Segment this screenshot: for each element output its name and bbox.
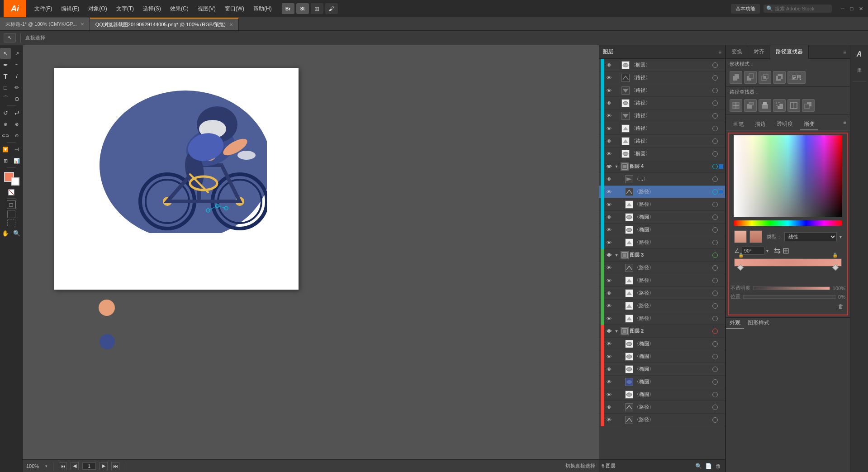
eye-3-3[interactable]: 👁 xyxy=(605,290,612,297)
eye-3-5[interactable]: 👁 xyxy=(605,315,612,322)
eye-sel[interactable]: 👁 xyxy=(605,188,612,195)
view-options-btn[interactable]: ⊞ xyxy=(311,3,323,14)
appearance-tab[interactable]: 外观 xyxy=(726,318,744,329)
arrow-g3[interactable]: ▼ xyxy=(613,252,620,258)
zoom-value[interactable]: 100% xyxy=(26,463,43,469)
menu-view[interactable]: 视图(V) xyxy=(193,3,220,14)
type-tool-btn[interactable]: T xyxy=(0,71,11,81)
draw-mode-normal[interactable]: □ xyxy=(7,200,16,209)
angle-dropdown[interactable]: ▾ xyxy=(766,248,768,253)
reflect-tool-btn[interactable]: ⇄ xyxy=(11,107,22,118)
none-color-box[interactable] xyxy=(8,189,14,195)
minus-back-btn[interactable] xyxy=(802,99,815,112)
gradient-type-select[interactable]: 线性 径向 xyxy=(784,232,837,241)
eye-d1[interactable]: 👁 xyxy=(605,176,612,183)
menu-window[interactable]: 窗口(W) xyxy=(220,3,249,14)
merge-btn[interactable] xyxy=(759,99,771,112)
shaper-tool-btn[interactable]: ⊙ xyxy=(11,93,22,104)
eye-2-p2[interactable]: 👁 xyxy=(605,416,612,424)
layer-2-path-2[interactable]: 👁 〈路径〉 xyxy=(599,414,725,426)
layer-2-ellipse-5[interactable]: 👁 〈椭圆〉 xyxy=(599,388,725,401)
layer-3-path-2[interactable]: 👁 〈路径〉 xyxy=(599,274,725,287)
zoom-dropdown-icon[interactable]: ▾ xyxy=(45,464,47,468)
layer-item-path-1[interactable]: 👁 〈路径〉 xyxy=(599,72,725,84)
new-layer-btn[interactable]: 📄 xyxy=(704,462,712,470)
gradient-expand-btn[interactable]: ▾ xyxy=(840,234,842,239)
layer-3-path-4[interactable]: 👁 〈路径〉 xyxy=(599,300,725,312)
trim-btn[interactable] xyxy=(744,99,757,112)
search-layers-btn[interactable]: 🔍 xyxy=(694,462,702,470)
eye-c1[interactable]: 👁 xyxy=(605,201,612,208)
opacity-gradient-bar[interactable] xyxy=(753,286,830,290)
layer-item-path-6[interactable]: 👁 〈路径〉 xyxy=(599,135,725,148)
layer-group-3[interactable]: 👁 ▼ 图层 3 xyxy=(599,249,725,262)
eye-3[interactable]: 👁 xyxy=(605,87,612,94)
brush-tab[interactable]: 画笔 xyxy=(730,119,748,130)
selection-tool-btn[interactable]: ↖ xyxy=(0,48,11,59)
arrow-g2[interactable]: ▼ xyxy=(613,328,620,334)
draw-mode-inside[interactable] xyxy=(7,219,15,227)
gradient-stop-left[interactable] xyxy=(737,264,744,271)
tab-0-close[interactable]: ✕ xyxy=(81,22,84,27)
puppet-warp-btn[interactable]: ⊕ xyxy=(0,119,11,129)
layer-item-path-4[interactable]: 👁 〈路径〉 xyxy=(599,110,725,122)
tab-0[interactable]: 未标题-1* @ 100% (CMYK/GP... ✕ xyxy=(0,18,90,30)
minimize-btn[interactable]: ─ xyxy=(839,5,846,12)
background-color[interactable] xyxy=(11,177,19,186)
zoom-tool-btn[interactable]: 🔍 xyxy=(11,228,22,238)
brush-icon-btn[interactable]: 🖌 xyxy=(325,3,338,14)
attr-btn-1[interactable]: A xyxy=(852,47,867,62)
pen-tool-btn[interactable]: ✒ xyxy=(0,59,11,70)
exclude-btn[interactable] xyxy=(773,71,786,84)
stock-btn[interactable]: St xyxy=(296,3,309,14)
eye-3-1[interactable]: 👁 xyxy=(605,264,612,272)
layers-menu-btn[interactable]: ≡ xyxy=(718,49,721,55)
tab-1[interactable]: QQ浏览器截图20190929144005.png* @ 100% (RGB/预… xyxy=(90,18,239,30)
eye-7[interactable]: 👁 xyxy=(605,138,612,145)
unite-btn[interactable] xyxy=(730,71,742,84)
eye-e1[interactable]: 👁 xyxy=(605,214,612,221)
menu-effect[interactable]: 效果(C) xyxy=(166,3,193,14)
eye-4[interactable]: 👁 xyxy=(605,100,612,107)
layer-group-4[interactable]: 👁 ▼ 图层 4 xyxy=(599,160,725,173)
hue-slider[interactable] xyxy=(734,220,842,226)
draw-mode-behind[interactable] xyxy=(7,210,15,218)
prev-page-btn[interactable]: ◀ xyxy=(71,462,79,470)
eye-g4[interactable]: 👁 xyxy=(605,163,612,170)
layer-item-path-3[interactable]: 👁 〈路径〉 xyxy=(599,97,725,110)
layer-group-2[interactable]: 👁 ▼ 图层 2 xyxy=(599,325,725,338)
measure-btn[interactable]: ⊣ xyxy=(11,144,22,155)
selection-context-btn[interactable]: ↖ xyxy=(4,33,16,43)
eye-3-4[interactable]: 👁 xyxy=(605,302,612,310)
hand-tool-btn[interactable]: ✋ xyxy=(0,228,11,238)
close-btn[interactable]: ✕ xyxy=(857,5,864,12)
delete-layer-btn[interactable]: 🗑 xyxy=(714,462,722,470)
aspect-ratio-btn[interactable]: ⊞ xyxy=(783,246,789,256)
outline-btn[interactable] xyxy=(787,99,800,112)
layer-item-path-c2[interactable]: 👁 〈路径〉 xyxy=(599,236,725,249)
layer-item-ellipse-c2[interactable]: 👁 〈椭圆〉 xyxy=(599,224,725,236)
restore-btn[interactable]: □ xyxy=(848,5,855,12)
paintbrush-tool-btn[interactable]: ⌒ xyxy=(0,93,11,104)
page-number[interactable] xyxy=(82,462,96,470)
eye-8[interactable]: 👁 xyxy=(605,150,612,157)
eye-2-p1[interactable]: 👁 xyxy=(605,404,612,411)
crop-btn[interactable] xyxy=(773,99,786,112)
gradient-menu-btn[interactable]: ≡ xyxy=(843,119,846,130)
artboard-btn[interactable]: ⊞ xyxy=(0,155,11,166)
arrow-g4[interactable]: ▼ xyxy=(613,163,620,170)
gradient-tab[interactable]: 渐变 xyxy=(800,119,818,130)
last-page-btn[interactable]: ⏭ xyxy=(111,462,119,470)
layer-item-ellipse-1[interactable]: 👁 〈椭圆〉 xyxy=(599,59,725,72)
eye-6[interactable]: 👁 xyxy=(605,125,612,132)
eye-2-2[interactable]: 👁 xyxy=(605,353,612,360)
layer-2-ellipse-1[interactable]: 👁 〈椭圆〉 xyxy=(599,338,725,350)
layer-2-ellipse-3[interactable]: 👁 〈椭圆〉 xyxy=(599,363,725,376)
gradient-preview-swatch[interactable] xyxy=(734,230,747,243)
curvature-tool-btn[interactable]: ~ xyxy=(11,59,22,70)
delete-stop-btn[interactable]: 🗑 xyxy=(836,302,845,311)
tab-align[interactable]: 对齐 xyxy=(748,45,770,59)
layer-item-ellipse-c1[interactable]: 👁 〈椭圆〉 xyxy=(599,211,725,224)
line-tool-btn[interactable]: / xyxy=(11,71,22,81)
eye-g3[interactable]: 👁 xyxy=(605,252,612,259)
